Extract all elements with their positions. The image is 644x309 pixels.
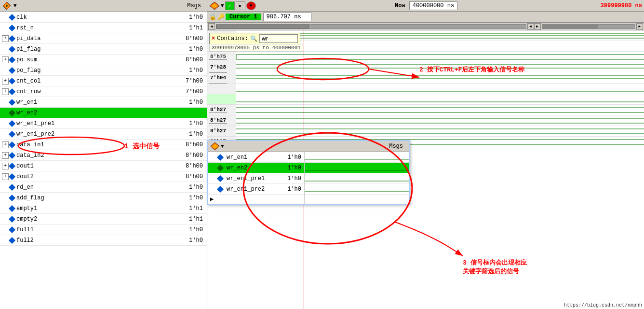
signal-value-data_in1: 8'h00	[178, 141, 207, 148]
popup-signal-value-pre1: 1'h0	[287, 175, 304, 182]
signal-name-rst_n: rst_n	[16, 25, 178, 31]
signal-row-dout2[interactable]: + dout2 8'h00	[0, 171, 207, 182]
diamond-icon-cnt_col	[9, 77, 15, 84]
popup-msgs-label: Msgs	[389, 143, 407, 150]
scroll-left-btn[interactable]: ◀	[208, 23, 215, 30]
signal-row-cnt_col[interactable]: + cnt_col 7'h00	[0, 76, 207, 86]
url-text: https://blog.csdn.net/nmphh	[564, 303, 642, 308]
signal-name-data_in2: data_in2	[16, 152, 178, 159]
diamond-icon-rst_n	[9, 24, 15, 31]
popup-header: ▼ Msgs	[208, 141, 409, 152]
signal-row-wr_en1[interactable]: wr_en1 1'h0	[0, 97, 207, 108]
signal-row-dout1[interactable]: + dout1 8'h00	[0, 161, 207, 171]
signal-name-rd_en: rd_en	[16, 184, 178, 191]
scroll-track[interactable]	[216, 24, 526, 29]
signal-row-full2[interactable]: full2 1'h0	[0, 235, 207, 246]
scroll-right-btn-1[interactable]: ◀	[527, 23, 534, 30]
popup-signal-value-wr_en2: 1'h0	[287, 165, 304, 171]
signal-name-data_in1: data_in1	[16, 141, 178, 148]
expand-btn-dout1[interactable]: +	[2, 163, 9, 169]
scroll-thumb-2[interactable]	[542, 25, 598, 28]
signal-row-po_flag[interactable]: po_flag 1'h0	[0, 65, 207, 76]
toolbar-stop-btn[interactable]: ●	[246, 1, 256, 10]
scroll-thumb[interactable]	[216, 25, 309, 28]
signal-value-wr_en1: 1'h0	[178, 99, 207, 106]
toolbar-dropdown-arrow[interactable]: ▼	[221, 3, 224, 9]
signal-row-po_sum[interactable]: + po_sum 8'h00	[0, 55, 207, 65]
signal-value-wr_en1_pre2: 1'h0	[178, 131, 207, 138]
expand-btn-pi_data[interactable]: +	[2, 35, 9, 42]
scroll-right-btn-2[interactable]: ▶	[534, 23, 541, 30]
search-magnifier-icon: 🔍	[250, 35, 257, 42]
waveform-row-data_in2: 8'h27	[207, 115, 644, 126]
signal-row-cnt_row[interactable]: + cnt_row 7'h00	[0, 86, 207, 97]
diamond-icon-rd_en	[9, 183, 15, 190]
signal-name-dout2: dout2	[16, 173, 178, 180]
toolbar-save-btn[interactable]: ✓	[225, 1, 235, 10]
signal-row-pi_flag[interactable]: pi_flag 1'h0	[0, 44, 207, 55]
signal-row-rst_n[interactable]: rst_n 1'h1	[0, 23, 207, 33]
lock-icon: 🔒	[209, 14, 216, 21]
signal-value-add_flag: 1'h0	[178, 195, 207, 201]
toolbar-play-btn[interactable]: ▶	[236, 1, 245, 10]
popup-diamond-pre2	[217, 185, 224, 192]
waveform-value-data_in1: 8'h27	[209, 107, 227, 113]
signal-row-wr_en2[interactable]: wr_en2	[0, 108, 207, 118]
expand-btn-cnt_col[interactable]: +	[2, 78, 9, 84]
waveform-value-dout1: 8'h27	[209, 128, 227, 134]
signal-list: clk 1'h0 rst_n 1'h1 + pi_data 8'h00 pi_f…	[0, 12, 207, 309]
scroll-right-end-btn[interactable]: ▶	[636, 23, 643, 30]
signal-row-add_flag[interactable]: add_flag 1'h0	[0, 193, 207, 203]
diamond-icon-clk	[9, 14, 15, 20]
popup-signal-name-pre1: wr_en1_pre1	[227, 175, 265, 182]
waveform-row-gap1: 7'h28 7'h04	[207, 62, 644, 84]
expand-btn-po_sum[interactable]: +	[2, 56, 9, 63]
expand-btn-data_in2[interactable]: +	[2, 152, 9, 159]
diamond-icon-full2	[9, 237, 15, 243]
footer-url: https://blog.csdn.net/nmphh	[564, 303, 642, 308]
expand-btn-data_in1[interactable]: +	[2, 141, 9, 148]
diamond-icon-po_flag	[9, 67, 15, 73]
expand-btn-cnt_row[interactable]: +	[2, 88, 9, 95]
signal-name-empty1: empty1	[16, 205, 178, 212]
signal-row-data_in1[interactable]: + data_in1 8'h00	[0, 140, 207, 150]
time-display: 399999980 ns	[593, 2, 642, 9]
expand-btn-dout2[interactable]: +	[2, 173, 9, 180]
scroll-track-2[interactable]	[542, 24, 635, 29]
popup-wave-wr_en2	[305, 163, 409, 173]
signal-value-wr_en1_pre1: 1'h0	[178, 120, 207, 127]
signal-row-empty1[interactable]: empty1 1'h1	[0, 203, 207, 214]
left-panel: ▼ ▼ Msgs clk 1'h0 rst_n 1'h1 + pi_d	[0, 0, 207, 309]
popup-signal-name-wr_en1: wr_en1	[227, 154, 247, 161]
popup-signal-row-wr_en1_pre1[interactable]: wr_en1_pre1 1'h0	[208, 173, 304, 184]
signal-row-wr_en1_pre1[interactable]: wr_en1_pre1 1'h0	[0, 118, 207, 129]
popup-wave-wr_en1	[305, 152, 409, 163]
signal-row-clk[interactable]: clk 1'h0	[0, 12, 207, 23]
signal-row-rd_en[interactable]: rd_en 1'h0	[0, 182, 207, 193]
header-dropdown-arrow[interactable]: ▼	[13, 3, 17, 9]
popup-dropdown-arrow[interactable]: ▼	[221, 143, 224, 149]
signal-row-data_in2[interactable]: + data_in2 8'h00	[0, 150, 207, 161]
header-logo-icon: ▼	[2, 1, 12, 11]
search-input[interactable]	[259, 34, 298, 43]
waveform-label-wr_en2	[207, 94, 236, 104]
signal-value-dout2: 8'h00	[178, 173, 207, 180]
signal-row-empty2[interactable]: empty2 1'h1	[0, 214, 207, 225]
search-close-btn[interactable]: ×	[212, 35, 215, 42]
signal-row-full1[interactable]: full1 1'h0	[0, 225, 207, 235]
diamond-icon-wr_en1_pre1	[9, 120, 15, 126]
signal-name-cnt_row: cnt_row	[16, 88, 178, 95]
waveform-row-wr_en1	[207, 84, 644, 94]
popup-signal-row-wr_en1_pre2[interactable]: wr_en1_pre2 1'h0	[208, 184, 304, 195]
signal-row-wr_en1_pre2[interactable]: wr_en1_pre2 1'h0	[0, 129, 207, 140]
signal-row-pi_data[interactable]: + pi_data 8'h00	[0, 33, 207, 44]
diamond-icon-add_flag	[9, 194, 15, 201]
popup-signal-row-wr_en1[interactable]: wr_en1 1'h0	[208, 152, 304, 163]
waveform-canvas-po_sum	[236, 52, 644, 62]
popup-diamond-pre1	[217, 175, 224, 182]
expand-triangle-icon: ▶	[210, 196, 214, 203]
signal-value-pi_data: 8'h00	[178, 35, 207, 42]
popup-signal-row-wr_en2[interactable]: wr_en2 1'h0	[208, 163, 304, 173]
signal-value-empty1: 1'h1	[178, 205, 207, 212]
signal-name-clk: clk	[16, 14, 178, 21]
